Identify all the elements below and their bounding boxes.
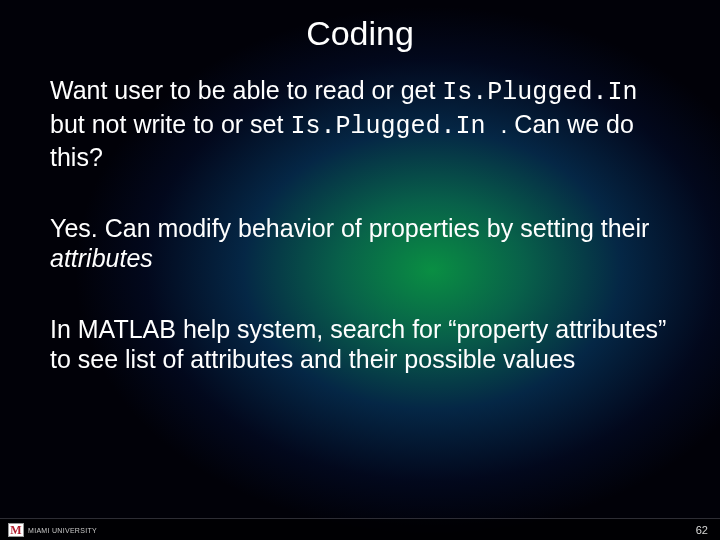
emphasis-text: attributes: [50, 244, 153, 272]
text: Want user to be able to read or get: [50, 76, 442, 104]
slide: Coding Want user to be able to read or g…: [0, 0, 720, 540]
university-logo: M MIAMI UNIVERSITY: [8, 523, 97, 537]
logo-text: MIAMI UNIVERSITY: [28, 527, 97, 534]
text: Yes. Can modify behavior of properties b…: [50, 214, 649, 242]
paragraph-2: Yes. Can modify behavior of properties b…: [50, 213, 670, 274]
paragraph-1: Want user to be able to read or get Is.P…: [50, 75, 670, 173]
code-text: Is.Plugged.In: [442, 78, 637, 107]
text: but not write to or set: [50, 110, 290, 138]
text: In MATLAB help system, search for “prope…: [50, 315, 666, 374]
page-number: 62: [696, 524, 708, 536]
footer-bar: M MIAMI UNIVERSITY 62: [0, 518, 720, 540]
paragraph-3: In MATLAB help system, search for “prope…: [50, 314, 670, 375]
code-text: Is.Plugged.In: [290, 112, 500, 141]
logo-mark-icon: M: [8, 523, 24, 537]
slide-title: Coding: [0, 0, 720, 53]
slide-body: Want user to be able to read or get Is.P…: [0, 53, 720, 375]
